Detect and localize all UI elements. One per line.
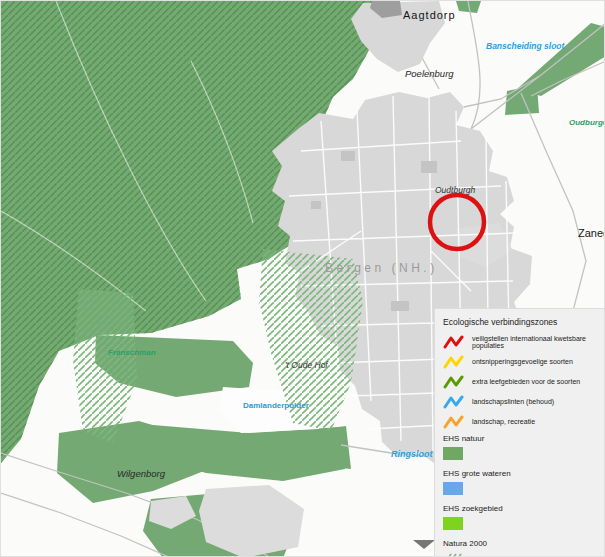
building xyxy=(341,151,355,161)
legend-title: Ecologische verbindingszones xyxy=(443,317,602,327)
building xyxy=(421,161,437,173)
zigzag-red-icon xyxy=(443,335,465,349)
zigzag xyxy=(445,417,462,427)
legend-area-item: EHS grote wateren xyxy=(443,469,602,499)
legend-item-label: landschap, recreatie xyxy=(472,418,535,425)
label-oude-hof: 't Oude Hof xyxy=(285,361,328,370)
legend-area-item: EHS zoekgebied xyxy=(443,504,602,534)
legend-item: extra leefgebieden voor de soorten xyxy=(443,374,602,389)
swatch-rect xyxy=(443,447,463,460)
legend-item-label: extra leefgebieden voor de soorten xyxy=(472,378,580,385)
legend-area-label: Natura 2000 xyxy=(443,539,602,548)
legend-area-label: EHS grote wateren xyxy=(443,469,602,478)
label-banscheiding-sloot: Banscheiding sloot xyxy=(486,42,564,51)
label-aagtdorp: Aagtdorp xyxy=(403,10,456,21)
swatch-natura-2000 xyxy=(443,552,463,557)
map-legend: Ecologische verbindingszones veiligstell… xyxy=(434,308,605,557)
swatch-rect xyxy=(443,517,463,530)
map-viewport[interactable]: Aagtdorp Poelenburg Banscheiding sloot O… xyxy=(0,0,605,557)
zigzag-blue-icon xyxy=(443,395,465,409)
arrow-down-marker xyxy=(413,540,435,549)
legend-item-label: ontsnipperingsgevoelige soorten xyxy=(472,358,573,365)
legend-item: landschap, recreatie xyxy=(443,414,602,429)
label-poelenburg: Poelenburg xyxy=(405,69,454,79)
swatch-ehs-natuur xyxy=(443,447,463,460)
label-oudtburgh: Oudtburgh xyxy=(435,186,475,195)
legend-area-label: EHS natuur xyxy=(443,434,602,443)
label-damlanderpolder: Damlanderpolder xyxy=(243,402,309,410)
natura-hatch-strip xyxy=(73,289,137,443)
label-wilgenborg: Wilgenborg xyxy=(117,469,165,479)
swatch-ehs-zoekgebied xyxy=(443,517,463,530)
zigzag xyxy=(445,397,462,407)
legend-item-label: veiligstellen internationaal kwetsbare p… xyxy=(472,335,602,349)
legend-item-label: landschapslinten (behoud) xyxy=(472,398,554,405)
building xyxy=(311,201,321,209)
legend-item: ontsnipperingsgevoelige soorten xyxy=(443,354,602,369)
zigzag-green-icon xyxy=(443,375,465,389)
zigzag xyxy=(445,377,462,387)
zigzag-yellow-icon xyxy=(443,355,465,369)
green-patch xyxy=(306,426,351,469)
label-bergen-nh: Bergen (NH.) xyxy=(325,262,438,274)
legend-item: landschapslinten (behoud) xyxy=(443,394,602,409)
legend-item: veiligstellen internationaal kwetsbare p… xyxy=(443,334,602,349)
label-oudburgerpolder: Oudburgerpolder xyxy=(569,119,605,127)
legend-area-item: EHS natuur xyxy=(443,434,602,464)
label-franschman: Franschman xyxy=(108,349,156,357)
swatch-rect xyxy=(443,482,463,495)
zigzag xyxy=(445,357,462,367)
zigzag-orange-icon xyxy=(443,415,465,429)
swatch-ehs-grote-wateren xyxy=(443,482,463,495)
building xyxy=(391,301,409,311)
zigzag xyxy=(445,337,462,347)
legend-area-label: EHS zoekgebied xyxy=(443,504,602,513)
label-zanegeest: Zanegeest xyxy=(578,228,605,239)
legend-area-item: Natura 2000 xyxy=(443,539,602,557)
label-ringsloot: Ringsloot xyxy=(391,450,433,459)
